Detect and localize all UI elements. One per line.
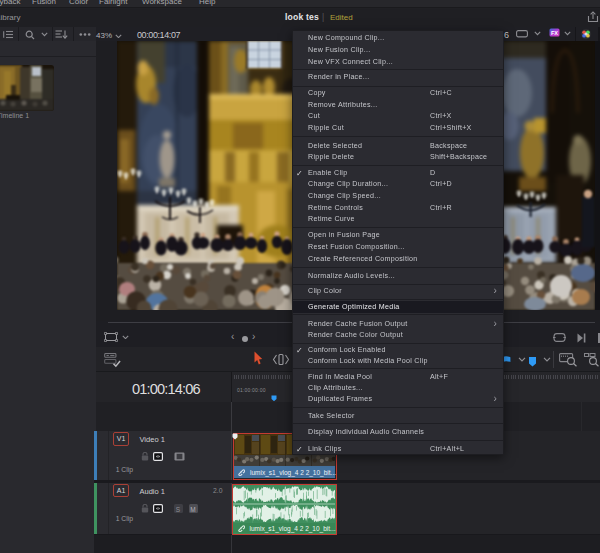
svg-text:FX: FX (551, 30, 558, 36)
